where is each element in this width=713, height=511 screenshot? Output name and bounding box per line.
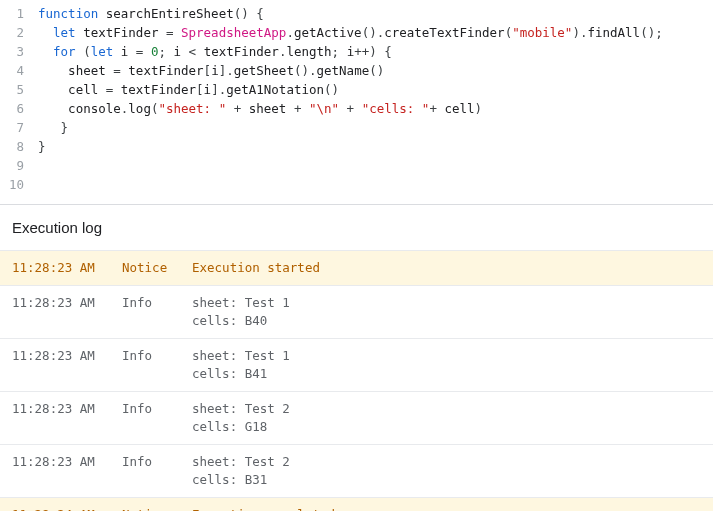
log-level: Info [122,347,192,383]
log-level: Info [122,453,192,489]
execution-log-title: Execution log [0,204,713,250]
line-number: 9 [0,156,24,175]
log-message: sheet: Test 1 cells: B41 [192,347,701,383]
line-number: 8 [0,137,24,156]
line-number: 7 [0,118,24,137]
log-row: 11:28:23 AMInfosheet: Test 2 cells: G18 [0,391,713,444]
line-number-gutter: 12345678910 [0,4,38,194]
code-line[interactable]: for (let i = 0; i < textFinder.length; i… [38,42,663,61]
code-content[interactable]: function searchEntireSheet() { let textF… [38,4,663,194]
log-message: Execution completed [192,506,701,511]
log-time: 11:28:23 AM [12,400,122,436]
log-time: 11:28:23 AM [12,294,122,330]
log-message: Execution started [192,259,701,277]
code-line[interactable]: sheet = textFinder[i].getSheet().getName… [38,61,663,80]
code-line[interactable]: function searchEntireSheet() { [38,4,663,23]
line-number: 6 [0,99,24,118]
log-time: 11:28:23 AM [12,347,122,383]
log-level: Notice [122,259,192,277]
line-number: 10 [0,175,24,194]
line-number: 1 [0,4,24,23]
log-time: 11:28:24 AM [12,506,122,511]
code-line[interactable]: console.log("sheet: " + sheet + "\n" + "… [38,99,663,118]
line-number: 2 [0,23,24,42]
log-time: 11:28:23 AM [12,453,122,489]
code-line[interactable]: } [38,118,663,137]
log-message: sheet: Test 1 cells: B40 [192,294,701,330]
line-number: 4 [0,61,24,80]
log-row: 11:28:23 AMNoticeExecution started [0,250,713,285]
line-number: 5 [0,80,24,99]
code-line[interactable]: let textFinder = SpreadsheetApp.getActiv… [38,23,663,42]
code-editor[interactable]: 12345678910 function searchEntireSheet()… [0,0,713,204]
log-row: 11:28:23 AMInfosheet: Test 1 cells: B40 [0,285,713,338]
log-message: sheet: Test 2 cells: G18 [192,400,701,436]
line-number: 3 [0,42,24,61]
log-level: Info [122,400,192,436]
log-message: sheet: Test 2 cells: B31 [192,453,701,489]
log-level: Info [122,294,192,330]
log-row: 11:28:24 AMNoticeExecution completed [0,497,713,511]
code-line[interactable]: cell = textFinder[i].getA1Notation() [38,80,663,99]
log-level: Notice [122,506,192,511]
log-row: 11:28:23 AMInfosheet: Test 1 cells: B41 [0,338,713,391]
log-row: 11:28:23 AMInfosheet: Test 2 cells: B31 [0,444,713,497]
execution-log: 11:28:23 AMNoticeExecution started11:28:… [0,250,713,511]
log-time: 11:28:23 AM [12,259,122,277]
code-line[interactable]: } [38,137,663,156]
